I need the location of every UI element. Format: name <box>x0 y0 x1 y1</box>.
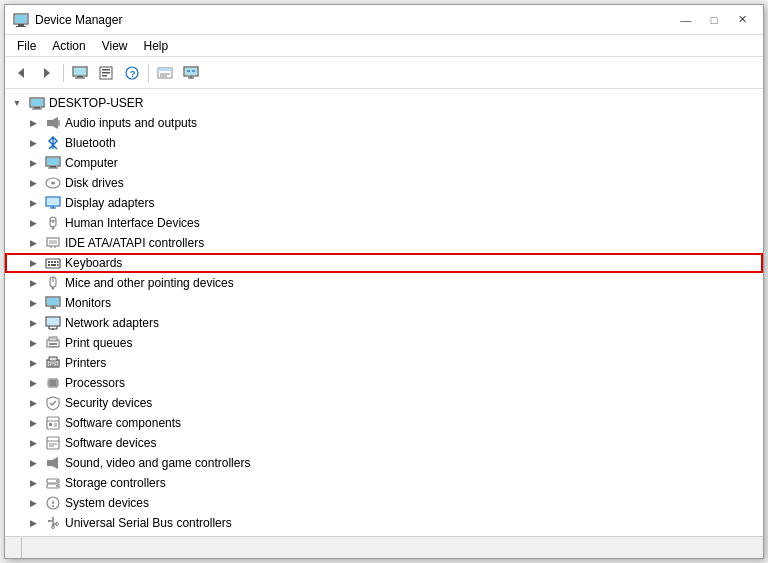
monitors-label: Monitors <box>65 296 111 310</box>
tree-item-mice[interactable]: ▶ Mice and other pointing devices <box>5 273 763 293</box>
display-label: Display adapters <box>65 196 154 210</box>
tree-item-network[interactable]: ▶ Network adapters <box>5 313 763 333</box>
printers-expand-icon[interactable]: ▶ <box>25 355 41 371</box>
tree-item-printers[interactable]: ▶ Printers <box>5 353 763 373</box>
svg-rect-29 <box>31 99 43 106</box>
svg-point-106 <box>52 505 54 507</box>
tree-item-storage[interactable]: ▶ Storage controllers <box>5 473 763 493</box>
swcomponents-expand-icon[interactable]: ▶ <box>25 415 41 431</box>
svg-rect-53 <box>48 261 50 263</box>
tree-item-swcomponents[interactable]: ▶ Software components <box>5 413 763 433</box>
svg-rect-92 <box>49 423 52 426</box>
svg-rect-17 <box>158 68 172 71</box>
svg-rect-37 <box>47 158 59 165</box>
separator-2 <box>148 64 149 82</box>
tree-item-display[interactable]: ▶ Display adapters <box>5 193 763 213</box>
monitors-expand-icon[interactable]: ▶ <box>25 295 41 311</box>
printers-icon <box>45 355 61 371</box>
tree-item-usb[interactable]: ▶ Universal Serial Bus controllers <box>5 513 763 533</box>
tree-item-keyboards[interactable]: ▶ Keyboards <box>5 253 763 273</box>
tree-item-bluetooth[interactable]: ▶ Bluetooth <box>5 133 763 153</box>
computer-button[interactable] <box>68 61 92 85</box>
mice-expand-icon[interactable]: ▶ <box>25 275 41 291</box>
svg-rect-9 <box>74 68 86 75</box>
update-button[interactable] <box>153 61 177 85</box>
svg-rect-1 <box>18 24 24 26</box>
computer-expand-icon[interactable]: ▶ <box>25 155 41 171</box>
ide-expand-icon[interactable]: ▶ <box>25 235 41 251</box>
soundvideo-icon <box>45 455 61 471</box>
minimize-button[interactable]: — <box>673 10 699 30</box>
disk-expand-icon[interactable]: ▶ <box>25 175 41 191</box>
hid-icon <box>45 215 61 231</box>
network-icon <box>45 315 61 331</box>
system-icon <box>45 495 61 511</box>
back-button[interactable] <box>9 61 33 85</box>
soundvideo-expand-icon[interactable]: ▶ <box>25 455 41 471</box>
svg-rect-75 <box>49 343 57 345</box>
computer-label: Computer <box>65 156 118 170</box>
swdevices-expand-icon[interactable]: ▶ <box>25 435 41 451</box>
usb-icon <box>45 515 61 531</box>
tree-item-printqueue[interactable]: ▶ Print queues <box>5 333 763 353</box>
maximize-button[interactable]: □ <box>701 10 727 30</box>
svg-rect-3 <box>15 15 27 23</box>
status-segment-1 <box>9 537 22 558</box>
menu-file[interactable]: File <box>9 37 44 55</box>
system-expand-icon[interactable]: ▶ <box>25 495 41 511</box>
root-expand-icon[interactable]: ▼ <box>9 95 25 111</box>
tree-item-security[interactable]: ▶ Security devices <box>5 393 763 413</box>
svg-rect-55 <box>54 261 56 263</box>
usb-expand-icon[interactable]: ▶ <box>25 515 41 531</box>
audio-expand-icon[interactable]: ▶ <box>25 115 41 131</box>
tree-item-audio[interactable]: ▶ Audio inputs and outputs <box>5 113 763 133</box>
storage-expand-icon[interactable]: ▶ <box>25 475 41 491</box>
monitors-icon <box>45 295 61 311</box>
bluetooth-expand-icon[interactable]: ▶ <box>25 135 41 151</box>
tree-item-system[interactable]: ▶ System devices <box>5 493 763 513</box>
menu-help[interactable]: Help <box>136 37 177 55</box>
svg-rect-41 <box>47 198 59 205</box>
monitor-button[interactable] <box>179 61 203 85</box>
menu-view[interactable]: View <box>94 37 136 55</box>
tree-item-ide[interactable]: ▶ IDE ATA/ATAPI controllers <box>5 233 763 253</box>
menu-action[interactable]: Action <box>44 37 93 55</box>
device-tree[interactable]: ▼ DESKTOP-USER ▶ <box>5 89 763 536</box>
forward-button[interactable] <box>35 61 59 85</box>
tree-root[interactable]: ▼ DESKTOP-USER <box>5 93 763 113</box>
keyboards-expand-icon[interactable]: ▶ <box>25 255 41 271</box>
svg-rect-28 <box>32 109 42 110</box>
network-expand-icon[interactable]: ▶ <box>25 315 41 331</box>
root-icon <box>29 95 45 111</box>
tree-item-processors[interactable]: ▶ Processors <box>5 373 763 393</box>
root-label: DESKTOP-USER <box>49 96 143 110</box>
usb-label: Universal Serial Bus controllers <box>65 516 232 530</box>
svg-rect-68 <box>47 318 59 325</box>
processors-label: Processors <box>65 376 125 390</box>
tree-item-computer[interactable]: ▶ Computer <box>5 153 763 173</box>
help-button[interactable]: ? <box>120 61 144 85</box>
tree-item-soundvideo[interactable]: ▶ Sound, video and game controllers <box>5 453 763 473</box>
display-expand-icon[interactable]: ▶ <box>25 195 41 211</box>
close-button[interactable]: ✕ <box>729 10 755 30</box>
properties-button[interactable] <box>94 61 118 85</box>
ide-icon <box>45 235 61 251</box>
processors-expand-icon[interactable]: ▶ <box>25 375 41 391</box>
menu-bar: File Action View Help <box>5 35 763 57</box>
tree-item-monitors[interactable]: ▶ Monitors <box>5 293 763 313</box>
tree-item-hid[interactable]: ▶ Human Interface Devices <box>5 213 763 233</box>
security-expand-icon[interactable]: ▶ <box>25 395 41 411</box>
svg-point-103 <box>56 480 58 482</box>
svg-rect-8 <box>75 77 85 78</box>
disk-label: Disk drives <box>65 176 124 190</box>
svg-rect-36 <box>48 168 58 169</box>
tree-item-swdevices[interactable]: ▶ Software devices <box>5 433 763 453</box>
svg-rect-83 <box>50 380 56 386</box>
swcomponents-icon <box>45 415 61 431</box>
tree-item-disk[interactable]: ▶ Disk drives <box>5 173 763 193</box>
svg-point-72 <box>52 328 54 330</box>
printqueue-expand-icon[interactable]: ▶ <box>25 335 41 351</box>
system-label: System devices <box>65 496 149 510</box>
hid-expand-icon[interactable]: ▶ <box>25 215 41 231</box>
svg-rect-58 <box>51 264 56 266</box>
